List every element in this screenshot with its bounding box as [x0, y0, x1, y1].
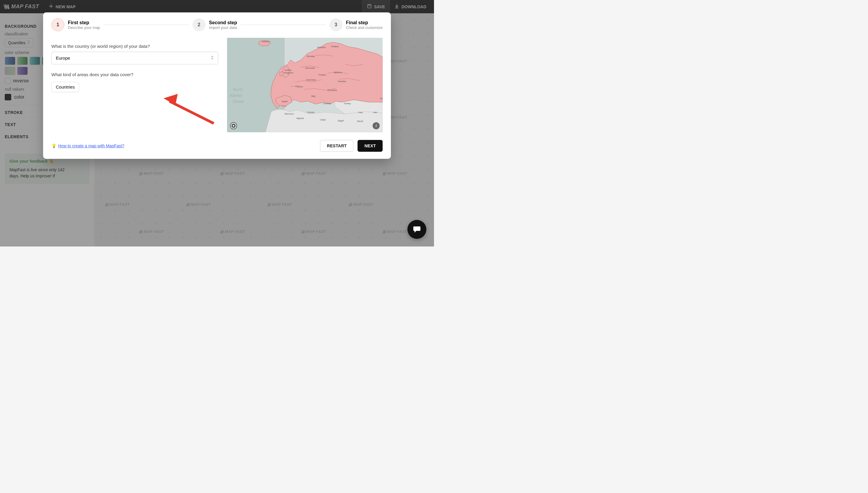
region-value: Europe — [56, 56, 70, 61]
map-target-icon[interactable] — [230, 122, 237, 129]
step3-title: Final step — [346, 20, 383, 25]
step-1[interactable]: 1 First step Describe your map — [51, 18, 100, 31]
svg-text:Iceland: Iceland — [262, 40, 269, 43]
help-link[interactable]: 💡 How to create a map with MapFast? — [51, 144, 124, 148]
next-button[interactable]: NEXT — [357, 140, 383, 152]
svg-text:Finland: Finland — [331, 45, 339, 48]
svg-text:Denmark: Denmark — [305, 67, 315, 69]
region-select[interactable]: Europe — [51, 52, 218, 64]
svg-text:Germany: Germany — [306, 79, 316, 81]
svg-text:Greece: Greece — [323, 102, 331, 105]
arrow-annotation-icon — [164, 94, 217, 126]
map-info-icon[interactable]: i — [373, 122, 380, 129]
svg-text:Morocco: Morocco — [285, 112, 294, 115]
svg-text:Belarus: Belarus — [334, 71, 342, 74]
question-region: What is the country (or world region) of… — [51, 44, 218, 49]
svg-marker-2 — [164, 94, 178, 105]
svg-text:Turkey: Turkey — [344, 102, 351, 105]
svg-text:Tunisia: Tunisia — [307, 111, 314, 114]
step-2[interactable]: 2 Second step Import your data — [193, 18, 237, 31]
svg-text:Atlantic: Atlantic — [229, 93, 243, 98]
step2-title: Second step — [209, 20, 237, 25]
svg-text:Iran: Iran — [373, 111, 377, 114]
step-indicator: 1 First step Describe your map 2 Second … — [51, 18, 383, 31]
svg-text:Italy: Italy — [311, 95, 316, 98]
step1-sub: Describe your map — [68, 25, 100, 30]
chat-icon — [413, 226, 421, 233]
svg-text:Libya: Libya — [320, 119, 326, 121]
svg-text:France: France — [296, 85, 303, 88]
step1-title: First step — [68, 20, 100, 25]
wizard-modal: 1 First step Describe your map 2 Second … — [43, 13, 391, 159]
area-type-button[interactable]: Countries — [51, 82, 79, 92]
step-3[interactable]: 3 Final step Check and customize — [329, 18, 383, 31]
svg-text:Sweden: Sweden — [317, 46, 326, 49]
map-preview: North Atlantic Ocean Iceland United King… — [227, 38, 383, 132]
svg-text:Poland: Poland — [319, 73, 326, 76]
svg-text:Ukraine: Ukraine — [338, 80, 346, 83]
lightbulb-icon: 💡 — [51, 144, 57, 148]
svg-text:Ocean: Ocean — [233, 99, 244, 104]
restart-button[interactable]: RESTART — [320, 140, 353, 152]
question-area: What kind of areas does your data cover? — [51, 72, 218, 77]
step3-sub: Check and customize — [346, 25, 383, 30]
svg-text:Egypt: Egypt — [338, 119, 344, 122]
chat-fab[interactable] — [408, 220, 426, 239]
svg-point-35 — [233, 125, 234, 126]
svg-text:United: United — [285, 69, 291, 71]
svg-text:Iraq: Iraq — [359, 111, 363, 114]
svg-text:Kingdom: Kingdom — [284, 71, 293, 74]
svg-text:North: North — [233, 87, 243, 92]
svg-text:Norway: Norway — [307, 55, 315, 58]
svg-text:Saudi: Saudi — [357, 120, 363, 123]
svg-text:Spain: Spain — [282, 100, 287, 103]
svg-text:Algeria: Algeria — [297, 117, 304, 120]
modal-overlay: 1 First step Describe your map 2 Second … — [0, 0, 434, 246]
step2-sub: Import your data — [209, 25, 237, 30]
svg-text:Uz: Uz — [380, 97, 383, 100]
svg-text:Romania: Romania — [327, 89, 337, 91]
chevron-updown-icon — [211, 55, 214, 61]
